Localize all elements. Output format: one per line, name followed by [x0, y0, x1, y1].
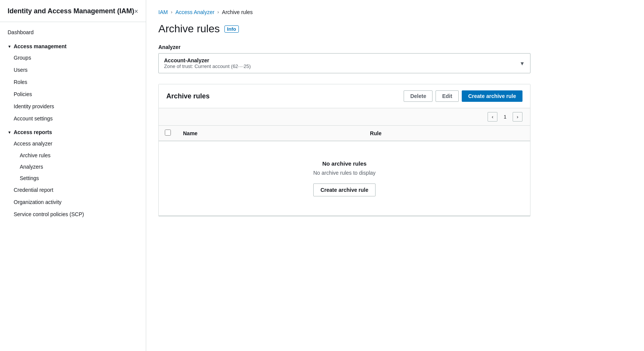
- main-content: IAM › Access Analyzer › Archive rules Ar…: [146, 0, 644, 351]
- create-archive-rule-button-header[interactable]: Create archive rule: [462, 90, 522, 102]
- create-archive-rule-button-empty[interactable]: Create archive rule: [313, 183, 376, 196]
- breadcrumb: IAM › Access Analyzer › Archive rules: [158, 9, 632, 15]
- sidebar-section-access-reports[interactable]: ▼ Access reports: [0, 125, 146, 138]
- empty-state-sub: No archive rules to display: [172, 170, 516, 176]
- sidebar-item-credential-report[interactable]: Credential report: [0, 184, 146, 196]
- table-header-rule: Rule: [364, 126, 530, 141]
- sidebar-item-policies[interactable]: Policies: [0, 88, 146, 100]
- archive-rules-header: Archive rules Delete Edit Create archive…: [159, 84, 530, 108]
- table-header: Name Rule: [159, 126, 530, 141]
- archive-rules-card: Archive rules Delete Edit Create archive…: [158, 84, 530, 217]
- archive-rules-table: Name Rule No archive rules No archive ru…: [159, 126, 530, 216]
- analyzer-label: Analyzer: [158, 44, 632, 50]
- select-all-checkbox[interactable]: [165, 130, 171, 136]
- sidebar-item-organization-activity[interactable]: Organization activity: [0, 196, 146, 208]
- sidebar-item-identity-providers[interactable]: Identity providers: [0, 100, 146, 112]
- edit-button[interactable]: Edit: [436, 90, 458, 102]
- sidebar-item-groups[interactable]: Groups: [0, 52, 146, 64]
- breadcrumb-iam[interactable]: IAM: [158, 9, 168, 15]
- page-title: Archive rules: [158, 23, 220, 35]
- chevron-down-icon-3: ▼: [519, 60, 525, 66]
- breadcrumb-sep-1: ›: [171, 9, 172, 15]
- sidebar-item-users[interactable]: Users: [0, 64, 146, 76]
- sidebar-title: Identity and Access Management (IAM): [8, 7, 134, 16]
- analyzer-select[interactable]: Account-Analyzer Zone of trust: Current …: [158, 53, 530, 73]
- archive-rules-section-title: Archive rules: [166, 92, 210, 100]
- breadcrumb-current: Archive rules: [222, 9, 253, 15]
- chevron-down-icon-2: ▼: [8, 130, 11, 134]
- pagination-row: ‹ 1 ›: [159, 108, 530, 126]
- sidebar: Identity and Access Management (IAM) × D…: [0, 0, 146, 351]
- sidebar-item-settings[interactable]: Settings: [0, 172, 146, 184]
- sidebar-item-dashboard[interactable]: Dashboard: [0, 26, 146, 39]
- page-title-row: Archive rules Info: [158, 23, 632, 35]
- sidebar-item-account-settings[interactable]: Account settings: [0, 112, 146, 125]
- analyzer-name: Account-Analyzer: [164, 57, 515, 63]
- delete-button[interactable]: Delete: [404, 90, 432, 102]
- sidebar-item-scp[interactable]: Service control policies (SCP): [0, 208, 146, 220]
- info-badge[interactable]: Info: [224, 25, 239, 33]
- sidebar-section-access-reports-label: Access reports: [14, 129, 52, 135]
- sidebar-close-button[interactable]: ×: [134, 8, 138, 16]
- sidebar-item-access-analyzer[interactable]: Access analyzer: [0, 138, 146, 150]
- empty-state: No archive rules No archive rules to dis…: [165, 145, 524, 212]
- sidebar-nav: Dashboard ▼ Access management Groups Use…: [0, 22, 146, 224]
- analyzer-sub: Zone of trust: Current account (62····25…: [164, 63, 515, 69]
- breadcrumb-access-analyzer[interactable]: Access Analyzer: [175, 9, 215, 15]
- table-empty-row: No archive rules No archive rules to dis…: [159, 141, 530, 216]
- pagination-next-button[interactable]: ›: [513, 112, 522, 122]
- empty-state-cell: No archive rules No archive rules to dis…: [159, 141, 530, 216]
- table-header-name: Name: [177, 126, 364, 141]
- sidebar-item-roles[interactable]: Roles: [0, 76, 146, 88]
- sidebar-header: Identity and Access Management (IAM) ×: [0, 0, 146, 22]
- breadcrumb-sep-2: ›: [218, 9, 219, 15]
- chevron-down-icon: ▼: [8, 44, 11, 49]
- table-header-row: Name Rule: [159, 126, 530, 141]
- table-header-checkbox: [159, 126, 177, 141]
- sidebar-item-archive-rules[interactable]: Archive rules: [0, 150, 146, 161]
- card-footer-divider: [159, 216, 530, 216]
- empty-state-title: No archive rules: [172, 160, 516, 167]
- header-actions: Delete Edit Create archive rule: [404, 90, 522, 102]
- sidebar-section-access-management[interactable]: ▼ Access management: [0, 39, 146, 52]
- pagination-prev-button[interactable]: ‹: [488, 112, 497, 122]
- sidebar-section-access-management-label: Access management: [14, 43, 66, 49]
- sidebar-item-analyzers[interactable]: Analyzers: [0, 161, 146, 172]
- table-body: No archive rules No archive rules to dis…: [159, 141, 530, 216]
- main-inner: IAM › Access Analyzer › Archive rules Ar…: [146, 0, 644, 226]
- pagination-page-number: 1: [500, 112, 509, 121]
